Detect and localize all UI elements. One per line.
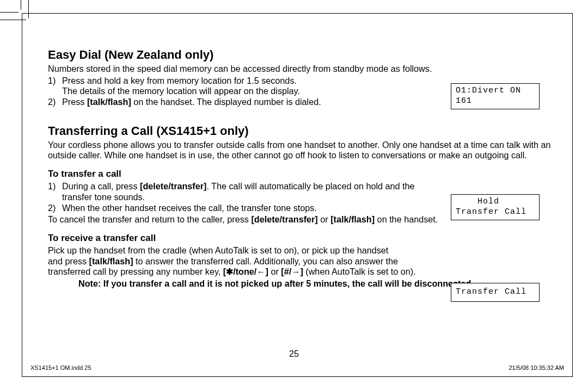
text: (when AutoTalk is set to on). <box>303 267 416 276</box>
step-number: 1) <box>48 76 62 97</box>
step-number: 2) <box>48 203 62 214</box>
text: The details of the memory location will … <box>62 86 300 96</box>
step-number: 2) <box>48 97 62 108</box>
text: on the handset. The displayed number is … <box>131 97 321 107</box>
text: Press and hold a key from memory locatio… <box>62 76 297 85</box>
text: on the handset. <box>375 214 438 224</box>
receive-text: Pick up the handset from the cradle (whe… <box>48 245 571 277</box>
text: During a call, press <box>62 181 140 191</box>
subheading-transfer: To transfer a call <box>48 169 571 180</box>
text: to answer the transferred call. Addition… <box>133 256 399 266</box>
text: or <box>268 267 281 276</box>
crop-mark <box>21 0 21 10</box>
footer-right: 21/5/08 10:35:32 AM <box>509 364 564 372</box>
key-label: [talk/flash] <box>87 97 131 107</box>
text: or <box>318 214 330 224</box>
crop-mark <box>0 12 19 13</box>
key-label: [delete/transfer] <box>140 181 206 191</box>
lcd-display: O1:Divert ON 161 <box>451 83 540 109</box>
section-heading: Easy Dial (New Zealand only) <box>48 48 571 63</box>
text: To cancel the transfer and return to the… <box>48 214 251 224</box>
text: transferred call by pressing any number … <box>48 267 223 276</box>
key-label: [#/→] <box>281 267 303 276</box>
page-number: 25 <box>0 349 588 360</box>
text: Press <box>62 97 87 107</box>
subheading-receive: To receive a transfer call <box>48 233 571 244</box>
text: transfer tone sounds. <box>62 192 145 202</box>
section-transferring: Transferring a Call (XS1415+1 only) Your… <box>48 124 571 161</box>
manual-page: Easy Dial (New Zealand only) Numbers sto… <box>0 0 588 390</box>
key-label: [delete/transfer] <box>251 214 317 224</box>
text: . The call will automatically be placed … <box>206 181 414 191</box>
key-label: [talk/flash] <box>330 214 375 224</box>
section-heading: Transferring a Call (XS1415+1 only) <box>48 124 571 139</box>
text: and press <box>48 256 89 266</box>
step-number: 1) <box>48 181 62 203</box>
key-label: [✱/tone/←] <box>223 267 268 276</box>
footer-left: XS1415+1 OM.indd 25 <box>30 364 91 372</box>
section-intro: Your cordless phone allows you to transf… <box>48 140 560 162</box>
key-label: [talk/flash] <box>89 256 133 266</box>
text: Pick up the handset from the cradle (whe… <box>48 245 388 255</box>
lcd-display: Hold Transfer Call <box>451 194 540 220</box>
section-intro: Numbers stored in the speed dial memory … <box>48 64 571 75</box>
lcd-display: Transfer Call <box>451 283 540 302</box>
